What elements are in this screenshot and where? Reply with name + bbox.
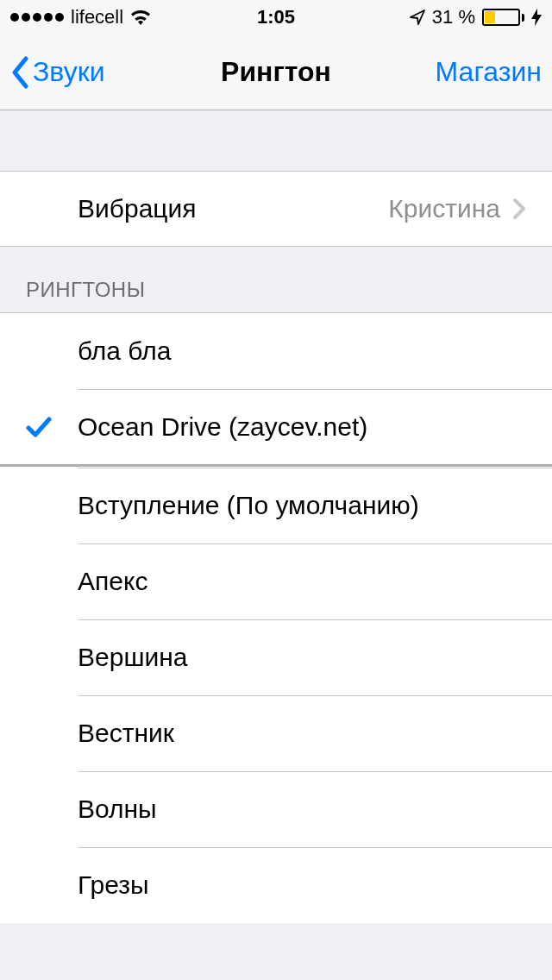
ringtone-row[interactable]: Апекс [0,543,552,619]
back-button[interactable]: Звуки [10,56,105,89]
signal-strength-icon [10,13,64,22]
ringtone-row[interactable]: Волны [0,771,552,847]
check-col [26,416,78,438]
status-bar: lifecell 1:05 31 % [0,0,552,35]
clock-label: 1:05 [257,6,295,28]
store-button[interactable]: Магазин [436,56,542,88]
ringtone-label: Вступление (По умолчанию) [78,491,526,520]
chevron-right-icon [512,198,526,220]
page-title: Рингтон [221,56,331,88]
ringtone-row[interactable]: Ocean Drive (zaycev.net) [0,389,552,465]
ringtone-label: Апекс [78,567,526,596]
battery-pct-label: 31 % [432,6,475,28]
back-label: Звуки [33,56,105,88]
location-icon [410,9,425,25]
carrier-label: lifecell [71,6,123,28]
status-left: lifecell [10,6,151,28]
charging-icon [531,9,542,26]
checkmark-icon [26,416,52,438]
ringtone-list: бла бла Ocean Drive (zaycev.net) Вступле… [0,312,552,923]
ringtone-row[interactable]: Грезы [0,847,552,923]
ringtone-label: Вестник [78,719,526,748]
vibration-label: Вибрация [26,194,388,223]
ringtone-row[interactable]: Вестник [0,695,552,771]
ringtone-label: бла бла [78,336,526,366]
wifi-icon [130,9,151,25]
navigation-bar: Звуки Рингтон Магазин [0,35,552,110]
vibration-value: Кристина [388,194,500,223]
ringtone-row[interactable]: Вершина [0,619,552,695]
ringtone-row[interactable]: Вступление (По умолчанию) [0,468,552,543]
ringtone-row[interactable]: бла бла [0,313,552,389]
section-header-ringtones: РИНГТОНЫ [0,247,552,312]
chevron-left-icon [10,56,29,89]
ringtone-label: Ocean Drive (zaycev.net) [78,412,526,442]
ringtone-label: Грезы [78,870,526,900]
status-right: 31 % [410,6,542,28]
vibration-cell[interactable]: Вибрация Кристина [0,171,552,247]
battery-icon [482,9,524,26]
ringtone-label: Вершина [78,643,526,672]
section-spacer [0,110,552,171]
ringtone-label: Волны [78,795,526,824]
